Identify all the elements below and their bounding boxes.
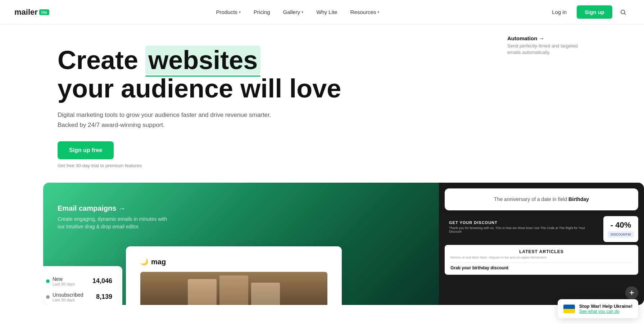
- email-campaigns-section: Email campaigns → Create engaging, dynam…: [58, 204, 425, 231]
- hero-trial-text: Get free 30-day trial to premium feature…: [58, 163, 644, 168]
- left-panel: Email campaigns → Create engaging, dynam…: [43, 183, 439, 305]
- automation-link[interactable]: Automation →: [507, 35, 586, 41]
- latest-articles-card: LATEST ARTICLES Nomen ut erat dolor diam…: [445, 245, 638, 275]
- stat-new-value: 14,046: [92, 277, 112, 285]
- svg-rect-3: [630, 292, 634, 293]
- stat-row-unsub: Unsubscribed Last 30 days 8,139: [46, 289, 112, 305]
- email-preview-bg: [140, 272, 327, 305]
- stats-card: New Last 30 days 14,046 Unsubscribed Las…: [43, 266, 122, 305]
- chevron-down-icon: ▾: [301, 10, 303, 14]
- header: mailer lite Products ▾ Pricing Gallery ▾…: [0, 0, 644, 24]
- email-preview-name: mag: [151, 258, 166, 266]
- moon-icon: 🌙: [140, 258, 148, 266]
- discount-cards: GET YOUR DISCOUNT Thank you for browsing…: [445, 216, 638, 242]
- automation-label: Automation → Send perfectly-timed and ta…: [507, 35, 586, 56]
- nav-why-lite[interactable]: Why Lite: [311, 6, 342, 18]
- stat-unsub-label: Unsubscribed Last 30 days: [46, 292, 83, 302]
- logo-badge: lite: [39, 9, 49, 15]
- ukraine-flag-icon: [563, 305, 575, 305]
- content-area: Email campaigns → Create engaging, dynam…: [0, 183, 644, 305]
- hero-highlight: websites: [145, 46, 260, 74]
- latest-articles-body: Nomen ut erat dolor diam. Aliquam in leo…: [450, 256, 632, 259]
- nav-pricing[interactable]: Pricing: [249, 6, 275, 18]
- chevron-down-icon: ▾: [239, 10, 241, 14]
- anniversary-field: Birthday: [568, 196, 589, 202]
- search-icon: [620, 9, 626, 15]
- discount-dark-title: GET YOUR DISCOUNT: [449, 220, 596, 225]
- discount-dark-card: GET YOUR DISCOUNT Thank you for browsing…: [445, 216, 600, 242]
- latest-articles-cta[interactable]: Grab your birthday discount: [450, 262, 632, 270]
- right-panel: The anniversary of a date in field Birth…: [439, 183, 644, 305]
- stat-new-label: New Last 30 days: [46, 276, 75, 286]
- hero-section: Create websites your audience will love …: [0, 24, 644, 168]
- stat-unsub-name: Unsubscribed: [53, 292, 83, 298]
- discount-code: DISCOUNT40: [608, 231, 634, 238]
- search-button[interactable]: [617, 6, 630, 19]
- expand-button[interactable]: [625, 286, 638, 299]
- stat-new-name: New: [53, 276, 75, 282]
- stat-new-period: Last 30 days: [53, 282, 75, 286]
- anniversary-card: The anniversary of a date in field Birth…: [445, 188, 638, 210]
- stat-unsub-value: 8,139: [96, 293, 112, 301]
- chevron-down-icon: ▾: [377, 10, 379, 14]
- email-preview-brand: 🌙 mag: [140, 258, 327, 266]
- stat-row-new: New Last 30 days 14,046: [46, 273, 112, 289]
- stat-unsub-period: Last 30 days: [53, 298, 83, 302]
- hero-subtext: Digital marketing tools to grow your aud…: [58, 110, 288, 129]
- ukraine-content: Stop War! Help Ukraine! See what you can…: [579, 304, 632, 305]
- unsub-dot-icon: [46, 295, 50, 299]
- nav-resources[interactable]: Resources ▾: [345, 6, 385, 18]
- logo[interactable]: mailer lite: [14, 8, 49, 17]
- email-preview: 🌙 mag: [126, 246, 342, 305]
- ukraine-title: Stop War! Help Ukraine!: [579, 304, 632, 305]
- svg-point-0: [621, 10, 625, 14]
- email-preview-image: [140, 272, 327, 305]
- main-nav: Products ▾ Pricing Gallery ▾ Why Lite Re…: [211, 6, 385, 18]
- email-campaigns-desc: Create engaging, dynamic emails in minut…: [58, 215, 173, 231]
- logo-text: mailer: [14, 8, 38, 17]
- email-campaigns-title[interactable]: Email campaigns →: [58, 204, 425, 213]
- discount-percentage: - 40%: [611, 220, 631, 230]
- automation-desc: Send perfectly-timed and targeted emails…: [507, 43, 586, 56]
- login-button[interactable]: Log in: [546, 6, 572, 18]
- latest-articles-title: LATEST ARTICLES: [450, 249, 632, 254]
- discount-dark-body: Thank you for browsing with us. This is …: [449, 226, 596, 233]
- nav-gallery[interactable]: Gallery ▾: [278, 6, 309, 18]
- signup-button[interactable]: Sign up: [577, 5, 612, 19]
- header-actions: Log in Sign up: [546, 5, 630, 19]
- svg-line-1: [624, 13, 625, 14]
- new-dot-icon: [46, 279, 50, 283]
- nav-products[interactable]: Products ▾: [211, 6, 246, 18]
- ukraine-banner: Stop War! Help Ukraine! See what you can…: [558, 299, 638, 305]
- plus-icon: [629, 290, 635, 296]
- discount-light-card: - 40% DISCOUNT40: [603, 216, 638, 242]
- hero-signup-button[interactable]: Sign up free: [58, 141, 114, 159]
- anniversary-text: The anniversary of a date in field Birth…: [453, 196, 630, 203]
